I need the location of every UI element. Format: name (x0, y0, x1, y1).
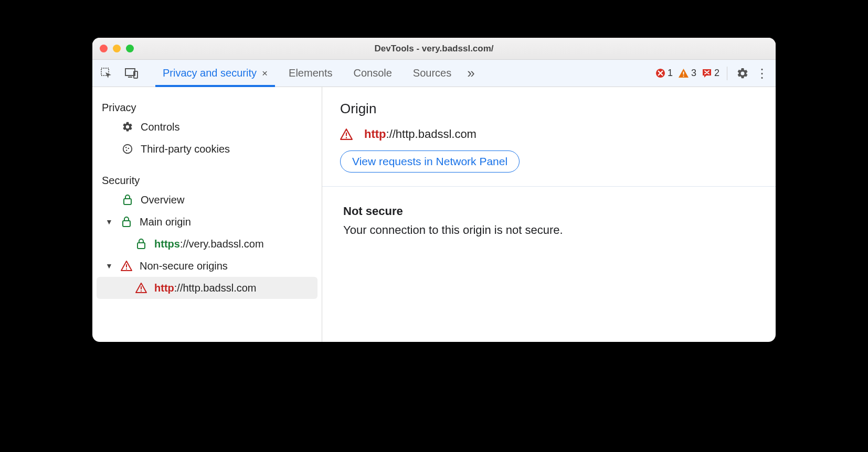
origin-url: http://http.badssl.com (154, 282, 257, 294)
origin-line: http://http.badssl.com (340, 127, 758, 141)
sidebar-item-controls[interactable]: Controls (92, 116, 322, 138)
sidebar-item-main-origin[interactable]: ▼ Main origin (92, 211, 322, 233)
error-icon (655, 68, 665, 78)
lock-icon (134, 237, 148, 251)
not-secure-heading: Not secure (343, 205, 755, 218)
view-requests-button[interactable]: View requests in Network Panel (340, 150, 520, 173)
tab-privacy-and-security[interactable]: Privacy and security × (152, 60, 278, 87)
svg-rect-16 (141, 286, 142, 289)
close-tab-icon[interactable]: × (262, 68, 268, 79)
svg-rect-18 (346, 133, 347, 136)
tab-label: Console (353, 67, 391, 79)
section-heading-security: Security (92, 169, 322, 189)
toolbar-divider (727, 67, 727, 80)
svg-rect-2 (128, 77, 132, 78)
devtools-window: DevTools - very.badssl.com/ Privacy and … (92, 38, 776, 342)
sidebar: Privacy Controls Third-party cookies Sec… (92, 87, 322, 342)
warning-triangle-icon (134, 281, 148, 295)
tab-elements[interactable]: Elements (278, 60, 343, 87)
url-rest: ://http.badssl.com (386, 127, 477, 141)
message-icon (702, 68, 712, 79)
titlebar: DevTools - very.badssl.com/ (92, 38, 776, 60)
svg-rect-13 (137, 243, 145, 249)
sidebar-item-overview[interactable]: Overview (92, 189, 322, 211)
sidebar-item-label: Third-party cookies (141, 143, 230, 155)
message-count-value: 2 (714, 68, 719, 79)
origin-url: http://http.badssl.com (364, 127, 477, 141)
cookie-icon (121, 142, 134, 156)
tab-label: Sources (413, 67, 451, 79)
toolbar-left (99, 66, 140, 81)
tab-label: Privacy and security (163, 67, 257, 79)
warning-count[interactable]: 3 (678, 68, 696, 79)
message-count[interactable]: 2 (702, 68, 719, 79)
svg-rect-5 (683, 72, 684, 75)
not-secure-body: Your connection to this origin is not se… (343, 223, 755, 237)
svg-rect-6 (683, 76, 684, 77)
sidebar-item-label: Main origin (140, 216, 191, 228)
device-toggle-icon[interactable] (124, 66, 140, 81)
tab-strip: Privacy and security × Elements Console … (152, 60, 480, 87)
svg-point-10 (126, 149, 128, 151)
url-scheme: http (154, 282, 174, 294)
lock-icon (120, 215, 133, 229)
error-count-value: 1 (668, 68, 673, 79)
maximize-window-button[interactable] (126, 45, 134, 52)
sidebar-item-label: Non-secure origins (140, 260, 228, 272)
status-counts[interactable]: 1 3 2 (655, 68, 719, 79)
url-rest: ://very.badssl.com (180, 238, 264, 250)
svg-point-8 (125, 147, 127, 148)
section-heading-privacy: Privacy (92, 96, 322, 116)
close-window-button[interactable] (100, 45, 108, 52)
tab-console[interactable]: Console (343, 60, 402, 87)
warning-count-value: 3 (691, 68, 696, 79)
svg-rect-17 (141, 290, 142, 292)
svg-rect-14 (126, 264, 127, 267)
gear-icon (121, 120, 134, 134)
kebab-menu-icon[interactable]: ⋮ (754, 66, 769, 81)
svg-rect-15 (126, 268, 127, 270)
tab-sources[interactable]: Sources (403, 60, 462, 87)
warning-triangle-icon (120, 259, 133, 273)
url-rest: ://http.badssl.com (174, 282, 257, 294)
svg-rect-11 (124, 199, 131, 205)
svg-point-7 (123, 145, 132, 154)
origin-url: https://very.badssl.com (154, 238, 264, 250)
main-panel: Origin http://http.badssl.com View reque… (322, 87, 776, 342)
sidebar-item-non-secure-url[interactable]: http://http.badssl.com (97, 277, 317, 299)
svg-point-9 (128, 148, 130, 149)
warning-icon (678, 68, 689, 78)
chevron-down-icon[interactable]: ▼ (105, 218, 113, 226)
toolbar: Privacy and security × Elements Console … (92, 60, 776, 87)
not-secure-section: Not secure Your connection to this origi… (322, 187, 776, 255)
sidebar-item-label: Overview (141, 194, 184, 206)
window-controls (100, 45, 134, 52)
url-scheme: http (364, 127, 386, 141)
origin-section: Origin http://http.badssl.com View reque… (322, 87, 776, 187)
gear-icon[interactable] (735, 66, 750, 81)
origin-heading: Origin (340, 101, 758, 117)
sidebar-item-non-secure-origins[interactable]: ▼ Non-secure origins (92, 255, 322, 277)
chevron-down-icon[interactable]: ▼ (105, 262, 113, 270)
svg-rect-12 (123, 221, 130, 227)
more-tabs-button[interactable]: » (462, 60, 480, 87)
sidebar-item-main-origin-url[interactable]: https://very.badssl.com (92, 233, 322, 255)
content: Privacy Controls Third-party cookies Sec… (92, 87, 776, 342)
error-count[interactable]: 1 (655, 68, 673, 79)
tab-label: Elements (289, 67, 332, 79)
warning-triangle-icon (340, 128, 353, 140)
url-scheme: https (154, 238, 180, 250)
lock-icon (121, 193, 134, 207)
sidebar-item-cookies[interactable]: Third-party cookies (92, 138, 322, 160)
inspect-icon[interactable] (99, 66, 114, 81)
minimize-window-button[interactable] (113, 45, 121, 52)
window-title: DevTools - very.badssl.com/ (92, 44, 776, 54)
sidebar-item-label: Controls (141, 121, 179, 133)
svg-rect-19 (346, 137, 347, 138)
